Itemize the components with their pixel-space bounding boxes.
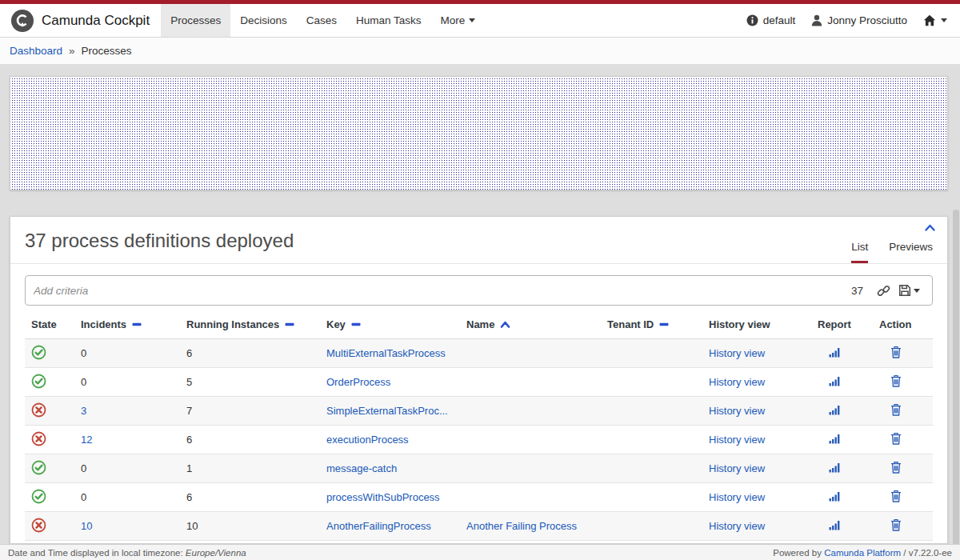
process-key-link[interactable]: executionProcess [326,434,409,446]
table-row: 1010AnotherFailingProcessAnother Failing… [25,512,933,541]
search-criteria-bar: 37 [25,275,933,306]
column-label: Report [818,318,851,330]
history-view-link[interactable]: History view [709,376,765,388]
table-header-row: StateIncidentsRunning InstancesKeyNameTe… [25,315,933,339]
column-header-state: State [25,318,74,330]
cell-state [25,460,74,478]
sort-dash-icon [351,322,361,326]
cell-action [873,518,933,534]
user-menu[interactable]: Jonny Prosciutto [811,14,907,26]
report-button[interactable] [818,491,841,502]
nav-tab-processes[interactable]: Processes [161,4,230,37]
breadcrumb-dashboard-link[interactable]: Dashboard [10,45,62,57]
incidents-count: 0 [81,347,86,359]
engine-selector[interactable]: default [746,14,796,26]
history-view-link[interactable]: History view [709,462,765,474]
link-icon [877,284,890,298]
collapse-panel-button[interactable] [924,223,936,232]
app-switch-menu[interactable] [923,14,947,26]
cell-report [811,491,873,504]
state-incident-icon [31,402,46,418]
nav-tab-cases[interactable]: Cases [297,4,346,37]
sort-dash-icon [285,322,294,326]
column-header-history-view: History view [702,318,811,330]
history-view-link[interactable]: History view [709,434,765,446]
copy-link-button[interactable] [873,284,894,298]
report-button[interactable] [818,347,841,358]
view-tabs: ListPreviews [851,241,933,263]
state-ok-icon [31,489,46,504]
cell-running-instances: 6 [180,347,320,359]
history-view-link[interactable]: History view [709,405,765,417]
result-count: 37 [851,285,863,297]
save-search-button[interactable] [894,284,924,297]
brand-home-link[interactable]: Camunda Cockpit [11,4,150,37]
cell-key: AnotherFailingProcess [320,520,460,532]
running-instances-count: 7 [186,405,192,417]
column-label: Incidents [81,318,126,330]
column-header-incidents[interactable]: Incidents [74,318,180,330]
breadcrumb-separator: » [69,45,75,57]
delete-button[interactable] [879,374,902,387]
navbar-right: default Jonny Prosciutto [746,4,947,37]
camunda-platform-link[interactable]: Camunda Platform [824,548,901,558]
view-tab-previews[interactable]: Previews [889,241,933,263]
nav-tab-more[interactable]: More [431,4,486,37]
table-row: 06processWithSubProcessHistory view [25,483,933,512]
process-key-link[interactable]: processWithSubProcess [326,491,440,503]
main-nav-tabs: ProcessesDecisionsCasesHuman TasksMore [161,4,485,37]
nav-tab-human-tasks[interactable]: Human Tasks [346,4,431,37]
cell-running-instances: 10 [180,520,320,532]
delete-button[interactable] [879,403,902,416]
trash-icon [890,493,902,505]
history-view-link[interactable]: History view [709,347,765,359]
cell-report [811,520,873,533]
delete-button[interactable] [879,346,902,358]
nav-tab-decisions[interactable]: Decisions [230,4,297,37]
delete-button[interactable] [879,518,902,531]
report-button[interactable] [818,376,841,386]
history-view-link[interactable]: History view [709,491,765,503]
history-view-link[interactable]: History view [709,520,765,532]
view-tab-list[interactable]: List [851,241,868,263]
report-button[interactable] [818,462,841,473]
column-header-running-instances[interactable]: Running Instances [180,318,320,330]
report-button[interactable] [818,520,841,530]
incidents-link[interactable]: 12 [81,434,92,446]
incidents-count: 0 [81,491,86,503]
cell-key: processWithSubProcess [320,491,460,503]
column-header-name[interactable]: Name [460,318,601,330]
search-input[interactable] [34,285,851,297]
report-chart-icon [829,492,841,504]
process-key-link[interactable]: SimpleExternalTaskProc... [326,405,448,417]
report-button[interactable] [818,434,841,444]
cell-key: executionProcess [320,434,460,446]
dashboard-plugin-placeholder [10,76,948,190]
process-key-link[interactable]: OrderProcess [326,376,390,388]
delete-button[interactable] [879,490,902,502]
cell-history-view: History view [702,491,811,503]
cell-running-instances: 6 [180,434,320,446]
home-icon [923,14,936,26]
process-key-link[interactable]: AnotherFailingProcess [326,520,431,532]
process-key-link[interactable]: message-catch [326,462,397,474]
incidents-link[interactable]: 3 [81,405,86,417]
incidents-count: 0 [81,462,86,474]
report-chart-icon [829,463,841,475]
table-row: 126executionProcessHistory view [25,426,933,454]
cell-report [811,462,873,475]
running-instances-count: 6 [186,491,192,503]
page-scrollbar[interactable] [953,210,959,560]
column-header-tenant-id[interactable]: Tenant ID [601,318,702,330]
report-button[interactable] [818,405,841,415]
process-key-link[interactable]: MultiExternalTaskProcess [326,347,446,359]
column-header-key[interactable]: Key [320,318,460,330]
sort-dash-icon [132,322,142,326]
cell-state [25,374,74,391]
delete-button[interactable] [879,461,902,474]
process-name-link[interactable]: Another Failing Process [466,520,577,532]
cell-running-instances: 5 [180,376,320,388]
delete-button[interactable] [879,432,902,445]
incidents-link[interactable]: 10 [81,520,92,532]
trash-icon [890,464,902,476]
